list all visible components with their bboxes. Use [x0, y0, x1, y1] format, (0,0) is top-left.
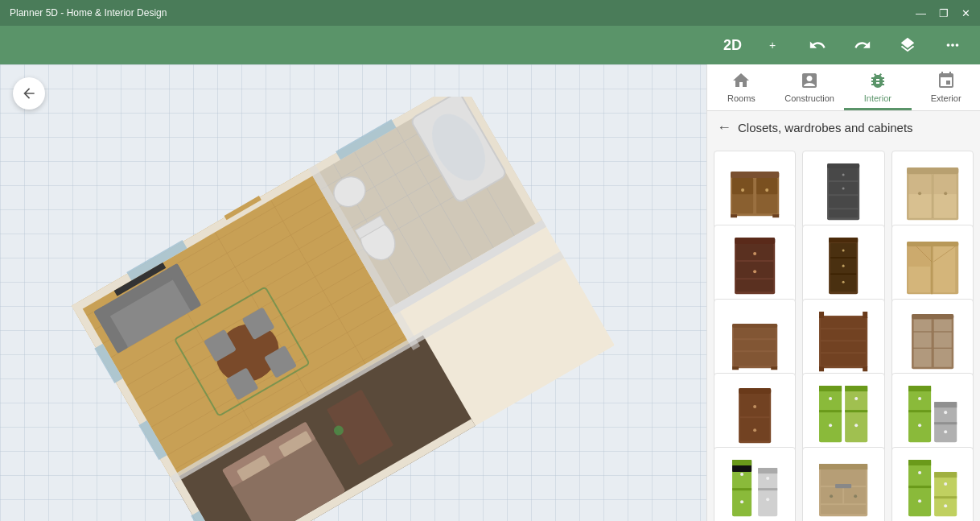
tab-rooms-label: Rooms [727, 93, 756, 103]
svg-rect-79 [829, 196, 858, 208]
svg-rect-115 [732, 324, 777, 328]
svg-rect-170 [758, 468, 777, 516]
tab-construction-label: Construction [784, 93, 834, 103]
svg-point-193 [944, 504, 947, 507]
svg-point-105 [842, 281, 845, 283]
svg-rect-147 [845, 386, 867, 391]
svg-rect-92 [735, 238, 775, 244]
svg-point-182 [854, 494, 858, 498]
svg-rect-131 [912, 314, 953, 319]
svg-rect-171 [758, 468, 777, 473]
furniture-item-15[interactable] [891, 447, 974, 521]
svg-rect-124 [821, 341, 866, 352]
svg-rect-95 [736, 279, 773, 292]
svg-point-153 [855, 424, 859, 427]
svg-rect-139 [739, 388, 771, 394]
redo-button[interactable] [848, 31, 877, 60]
tab-rooms[interactable]: Rooms [707, 64, 776, 110]
svg-rect-189 [934, 496, 957, 498]
furniture-item-13[interactable] [714, 447, 796, 521]
tab-exterior-label: Exterior [931, 93, 961, 103]
svg-rect-107 [907, 242, 958, 246]
close-btn[interactable]: ✕ [961, 7, 970, 19]
svg-point-161 [944, 411, 947, 414]
svg-rect-172 [758, 488, 777, 490]
svg-point-96 [753, 252, 756, 255]
category-title: Closets, wardrobes and cabinets [738, 121, 913, 134]
layers-button[interactable] [893, 31, 922, 60]
svg-rect-133 [933, 319, 952, 367]
svg-point-173 [766, 477, 769, 480]
furniture-item-6[interactable] [891, 225, 974, 307]
furniture-item-12[interactable] [891, 373, 974, 455]
svg-rect-87 [908, 174, 932, 194]
svg-point-150 [829, 397, 832, 400]
svg-rect-148 [819, 410, 842, 412]
app-title: Planner 5D - Home & Interior Design [10, 7, 167, 19]
minimize-btn[interactable]: — [916, 7, 926, 19]
category-tabs: Rooms Construction Interior Exterior [707, 64, 980, 111]
window-controls: — ❐ ✕ [916, 7, 970, 19]
view-2d-button[interactable]: 2D [723, 37, 742, 54]
svg-rect-116 [734, 328, 776, 338]
svg-rect-156 [908, 386, 931, 391]
svg-point-162 [918, 424, 921, 427]
svg-point-191 [944, 482, 947, 486]
svg-rect-144 [819, 386, 842, 442]
svg-rect-88 [933, 174, 957, 194]
right-panel: Rooms Construction Interior Exterior ← C… [706, 64, 980, 521]
tab-exterior[interactable]: Exterior [912, 64, 980, 110]
furniture-item-10[interactable] [714, 373, 796, 455]
svg-rect-183 [835, 484, 851, 488]
svg-point-82 [842, 188, 845, 190]
svg-point-190 [918, 471, 921, 474]
svg-point-143 [753, 428, 756, 432]
svg-rect-126 [819, 312, 824, 318]
titlebar: Planner 5D - Home & Interior Design — ❐ … [0, 0, 980, 26]
breadcrumb: ← Closets, wardrobes and cabinets [707, 111, 980, 144]
svg-rect-186 [908, 460, 931, 465]
svg-point-71 [741, 188, 744, 192]
furniture-item-14[interactable] [802, 447, 884, 521]
undo-button[interactable] [803, 31, 832, 60]
more-button[interactable] [938, 31, 967, 60]
svg-point-97 [753, 270, 756, 273]
main-content: Rooms Construction Interior Exterior ← C… [0, 64, 980, 521]
svg-point-174 [766, 498, 769, 501]
furniture-item-8[interactable] [802, 299, 884, 381]
svg-point-152 [829, 424, 832, 427]
furniture-item-9[interactable] [891, 299, 974, 381]
svg-rect-159 [934, 422, 957, 424]
furniture-item-11[interactable] [802, 373, 884, 455]
back-button[interactable] [13, 77, 45, 110]
furniture-item-3[interactable] [891, 151, 974, 233]
svg-rect-129 [863, 366, 868, 371]
svg-rect-80 [829, 209, 858, 217]
svg-rect-188 [908, 486, 931, 488]
svg-rect-180 [821, 505, 866, 514]
furniture-item-5[interactable] [802, 225, 884, 307]
tab-interior-label: Interior [864, 93, 891, 103]
svg-point-103 [842, 250, 845, 252]
furniture-item-1[interactable] [714, 151, 796, 233]
add-button[interactable]: + [758, 31, 787, 60]
furniture-item-2[interactable] [802, 151, 884, 233]
svg-rect-99 [829, 238, 858, 242]
svg-point-163 [944, 430, 947, 433]
svg-rect-84 [907, 167, 958, 174]
svg-point-81 [842, 174, 845, 176]
svg-rect-157 [934, 402, 957, 407]
furniture-item-7[interactable] [714, 299, 796, 381]
svg-rect-145 [845, 386, 867, 442]
furniture-item-4[interactable] [714, 225, 796, 307]
svg-rect-110 [933, 246, 955, 292]
svg-point-160 [918, 397, 921, 400]
tab-interior[interactable]: Interior [844, 64, 912, 110]
tab-construction[interactable]: Construction [776, 64, 844, 110]
svg-point-181 [830, 494, 833, 498]
svg-rect-149 [845, 410, 867, 412]
maximize-btn[interactable]: ❐ [939, 7, 949, 19]
back-category-button[interactable]: ← [717, 119, 731, 136]
svg-rect-122 [821, 317, 866, 328]
svg-rect-176 [819, 464, 867, 469]
